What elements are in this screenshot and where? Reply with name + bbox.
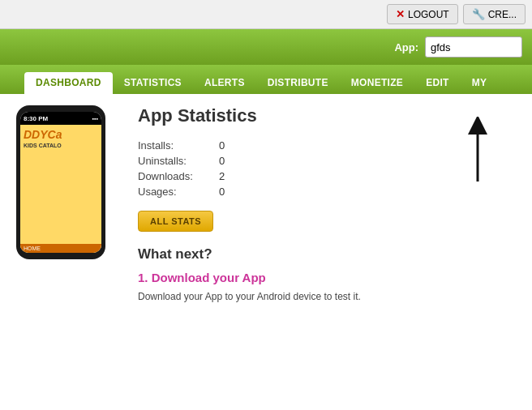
- usages-label: Usages:: [138, 186, 219, 198]
- main-content: 8:30 PM ▪▪▪ DDYCa KIDS CATALO HOME App S…: [0, 94, 532, 410]
- downloads-label: Downloads:: [138, 170, 219, 182]
- phone-battery: ▪▪▪: [92, 116, 98, 122]
- downloads-value: 2: [219, 170, 225, 182]
- wrench-icon: 🔧: [472, 8, 485, 20]
- phone-bottom-bar: HOME: [20, 244, 101, 253]
- create-label: CRE...: [488, 9, 517, 20]
- x-icon: ✕: [396, 8, 405, 20]
- installs-value: 0: [219, 139, 225, 152]
- uninstalls-label: Uninstalls:: [138, 155, 219, 167]
- tab-edit[interactable]: EDIT: [414, 72, 461, 94]
- create-button[interactable]: 🔧 CRE...: [463, 4, 526, 24]
- tab-distribute[interactable]: DISTRIBUTE: [256, 72, 340, 94]
- stats-row-installs: Installs: 0: [138, 139, 516, 152]
- app-bar: App:: [0, 29, 532, 65]
- nav-bar: DASHBOARD STATISTICS ALERTS DISTRIBUTE M…: [0, 65, 532, 94]
- stats-title: App Statistics: [138, 105, 516, 126]
- tab-alerts[interactable]: ALERTS: [193, 72, 256, 94]
- phone-app-title: DDYCa: [20, 125, 101, 143]
- app-input[interactable]: [425, 36, 522, 58]
- tab-my[interactable]: MY: [461, 72, 499, 94]
- top-bar: ✕ LOGOUT 🔧 CRE...: [0, 0, 532, 29]
- stats-row-usages: Usages: 0: [138, 186, 516, 198]
- phone-screen: 8:30 PM ▪▪▪ DDYCa KIDS CATALO HOME: [20, 112, 101, 253]
- logout-label: LOGOUT: [408, 9, 449, 20]
- phone-outer: 8:30 PM ▪▪▪ DDYCa KIDS CATALO HOME: [16, 105, 105, 259]
- tab-dashboard[interactable]: DASHBOARD: [24, 72, 113, 94]
- tab-statistics[interactable]: STATISTICS: [113, 72, 193, 94]
- tab-monetize[interactable]: MONETIZE: [340, 72, 414, 94]
- phone-app-subtitle: KIDS CATALO: [20, 143, 101, 148]
- stats-area: App Statistics Installs: 0 Uninstalls: 0…: [122, 94, 532, 410]
- uninstalls-value: 0: [219, 155, 225, 167]
- all-stats-button[interactable]: ALL STATS: [138, 211, 213, 232]
- what-next-title: What next?: [138, 246, 516, 263]
- stats-row-downloads: Downloads: 2: [138, 170, 516, 182]
- phone-app-body: DDYCa KIDS CATALO HOME: [20, 125, 101, 253]
- app-label: App:: [394, 41, 418, 53]
- phone-status-bar: 8:30 PM ▪▪▪: [20, 112, 101, 125]
- logout-button[interactable]: ✕ LOGOUT: [387, 4, 458, 24]
- download-app-desc: Download your App to your Android device…: [138, 289, 516, 304]
- phone-mockup: 8:30 PM ▪▪▪ DDYCa KIDS CATALO HOME: [0, 94, 122, 410]
- download-app-link[interactable]: 1. Download your App: [138, 271, 516, 284]
- installs-label: Installs:: [138, 139, 219, 152]
- stats-table: Installs: 0 Uninstalls: 0 Downloads: 2 U…: [138, 139, 516, 198]
- phone-time: 8:30 PM: [24, 115, 48, 122]
- stats-row-uninstalls: Uninstalls: 0: [138, 155, 516, 167]
- usages-value: 0: [219, 186, 225, 198]
